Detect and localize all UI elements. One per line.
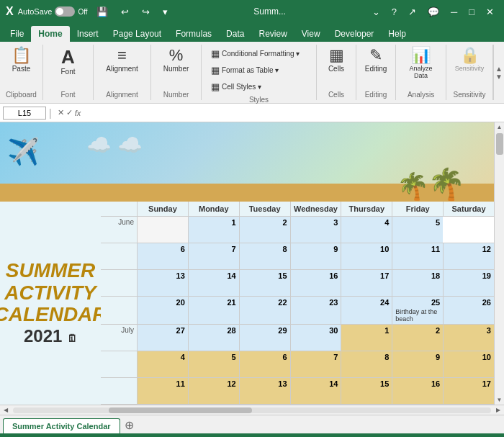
cal-cell-2[interactable]: 2: [239, 217, 290, 243]
cal-cell-29[interactable]: 29: [239, 325, 290, 351]
ribbon-scroll[interactable]: ▲▼: [493, 45, 504, 100]
share-button[interactable]: ↗: [404, 5, 420, 19]
cal-cell-jul15[interactable]: 15: [341, 378, 392, 404]
cal-cell-1[interactable]: 1: [188, 217, 239, 243]
tab-data[interactable]: Data: [219, 26, 251, 42]
cal-cell-27[interactable]: 27: [137, 325, 188, 351]
formula-input[interactable]: [86, 107, 501, 120]
cal-cell-jul7[interactable]: 7: [290, 351, 341, 377]
cal-cell-empty-0[interactable]: [137, 217, 188, 243]
tab-view[interactable]: View: [294, 26, 328, 42]
cal-cell-11[interactable]: 11: [392, 243, 443, 269]
cal-cell-jul17[interactable]: 17: [443, 378, 494, 404]
scroll-right-button[interactable]: ▶: [494, 406, 503, 414]
cal-cell-jul10[interactable]: 10: [443, 351, 494, 377]
cal-cell-15[interactable]: 15: [239, 270, 290, 296]
cal-cell-8[interactable]: 8: [239, 243, 290, 269]
cal-cell-14[interactable]: 14: [188, 270, 239, 296]
cal-cell-jul4[interactable]: 4: [137, 351, 188, 377]
customize-qat[interactable]: ▾: [158, 5, 172, 19]
cal-cell-6[interactable]: 6: [137, 243, 188, 269]
maximize-button[interactable]: □: [464, 5, 479, 19]
cancel-formula-icon[interactable]: ✕: [58, 108, 64, 117]
alignment-button[interactable]: ≡ Alignment: [102, 45, 142, 76]
h-scroll-thumb[interactable]: [109, 407, 252, 413]
analyze-data-button[interactable]: 📊 Analyze Data: [402, 45, 440, 82]
insert-function-icon[interactable]: fx: [75, 109, 81, 117]
tab-home[interactable]: Home: [31, 26, 69, 42]
tab-developer[interactable]: Developer: [328, 26, 382, 42]
number-button[interactable]: % Number: [159, 45, 194, 76]
horizontal-scrollbar[interactable]: ◀ ▶: [0, 405, 504, 415]
cal-cell-9[interactable]: 9: [290, 243, 341, 269]
cal-cell-jul13[interactable]: 13: [239, 378, 290, 404]
cell-styles-button[interactable]: ▦ Cell Styles ▾: [207, 79, 310, 94]
cal-cell-jul5[interactable]: 5: [188, 351, 239, 377]
h-scroll-track[interactable]: [13, 407, 491, 413]
cell-reference-input[interactable]: [3, 107, 46, 120]
cal-cell-12[interactable]: 12: [443, 243, 494, 269]
cal-cell-20[interactable]: 20: [137, 297, 188, 324]
cal-cell-jul11[interactable]: 11: [137, 378, 188, 404]
cal-cell-10[interactable]: 10: [341, 243, 392, 269]
cal-cell-5[interactable]: 5: [392, 217, 443, 243]
cal-cell-jul1[interactable]: 1: [341, 325, 392, 351]
cal-cell-23[interactable]: 23: [290, 297, 341, 324]
cal-cell-jul8[interactable]: 8: [341, 351, 392, 377]
cal-cell-22[interactable]: 22: [239, 297, 290, 324]
help-button[interactable]: ?: [387, 5, 401, 19]
conditional-formatting-button[interactable]: ▦ Conditional Formatting ▾: [207, 46, 310, 61]
sheet-tab-summer[interactable]: Summer Activity Calendar: [3, 418, 120, 433]
vertical-scrollbar[interactable]: ▲ ▼: [494, 122, 504, 405]
cal-cell-jul2[interactable]: 2: [392, 325, 443, 351]
scroll-down-button[interactable]: ▼: [495, 395, 504, 405]
undo-button[interactable]: ↩: [117, 5, 133, 19]
redo-button[interactable]: ↪: [138, 5, 154, 19]
cal-cell-25[interactable]: 25 Birthday at the beach: [392, 297, 443, 324]
save-button[interactable]: 💾: [92, 5, 112, 19]
cal-cell-jul14[interactable]: 14: [290, 378, 341, 404]
scroll-up-button[interactable]: ▲: [495, 122, 504, 132]
cal-cell-jul9[interactable]: 9: [392, 351, 443, 377]
paste-button[interactable]: 📋 Paste: [7, 45, 35, 76]
cal-cell-13[interactable]: 13: [137, 270, 188, 296]
close-button[interactable]: ✕: [482, 5, 498, 19]
cal-cell-19[interactable]: 19: [443, 270, 494, 296]
cal-cell-jul16[interactable]: 16: [392, 378, 443, 404]
autosave-toggle-switch[interactable]: [55, 6, 75, 17]
cells-button[interactable]: ▦ Cells: [323, 45, 350, 76]
cal-cell-jul6[interactable]: 6: [239, 351, 290, 377]
cal-cell-28[interactable]: 28: [188, 325, 239, 351]
scroll-left-button[interactable]: ◀: [1, 406, 10, 414]
cal-cell-jul12[interactable]: 12: [188, 378, 239, 404]
comments-button[interactable]: 💬: [423, 5, 444, 19]
cal-cell-26[interactable]: 26: [443, 297, 494, 324]
cal-cell-3[interactable]: 3: [290, 217, 341, 243]
cal-cell-21[interactable]: 21: [188, 297, 239, 324]
cal-cell-7[interactable]: 7: [188, 243, 239, 269]
cal-cell-30[interactable]: 30: [290, 325, 341, 351]
tab-file[interactable]: File: [3, 26, 31, 42]
day-num: 16: [395, 379, 440, 388]
tab-review[interactable]: Review: [251, 26, 294, 42]
cal-cell-17[interactable]: 17: [341, 270, 392, 296]
minimize-button[interactable]: ─: [446, 5, 462, 19]
confirm-formula-icon[interactable]: ✓: [66, 108, 73, 117]
autosave-toggle[interactable]: AutoSave Off: [18, 6, 88, 17]
cal-cell-16[interactable]: 16: [290, 270, 341, 296]
tab-formulas[interactable]: Formulas: [168, 26, 219, 42]
cal-cell-24[interactable]: 24: [341, 297, 392, 324]
sensitivity-button[interactable]: 🔒 Sensitivity: [451, 45, 489, 75]
tab-insert[interactable]: Insert: [70, 26, 106, 42]
cal-cell-jul3[interactable]: 3: [443, 325, 494, 351]
cal-cell-18[interactable]: 18: [392, 270, 443, 296]
scroll-thumb[interactable]: [496, 133, 503, 155]
tab-page-layout[interactable]: Page Layout: [106, 26, 168, 42]
format-as-table-button[interactable]: ▦ Format as Table ▾: [207, 63, 310, 78]
ribbon-collapse-button[interactable]: ⌄: [368, 5, 384, 19]
add-sheet-button[interactable]: ⊕: [122, 418, 137, 432]
font-button[interactable]: A Font: [55, 45, 82, 78]
cal-cell-4[interactable]: 4: [341, 217, 392, 243]
editing-button[interactable]: ✎ Editing: [361, 45, 392, 76]
tab-help[interactable]: Help: [381, 26, 413, 42]
